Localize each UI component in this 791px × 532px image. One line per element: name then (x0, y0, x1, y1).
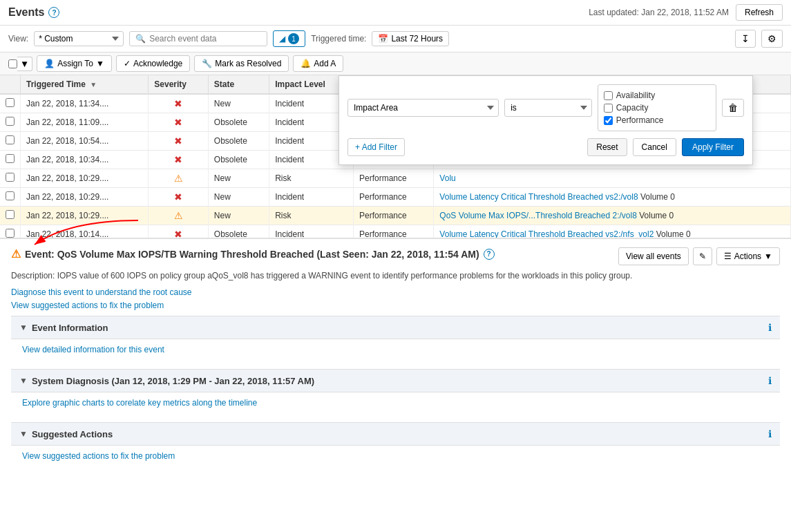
col-triggered-time[interactable]: Triggered Time ▼ (21, 75, 149, 94)
page-header: Events ? Last updated: Jan 22, 2018, 11:… (0, 0, 791, 26)
view-label: View: (8, 34, 28, 44)
row-name: QoS Volume Max IOPS/...Threshold Breache… (434, 207, 791, 225)
critical-icon: ✖ (174, 98, 182, 109)
section-title-text: System Diagnosis (Jan 12, 2018, 1:29 PM … (32, 376, 314, 386)
section-link-suggested-actions[interactable]: View suggested actions to fix the proble… (22, 451, 769, 461)
table-row: Jan 22, 2018, 10:14....✖ObsoleteIncident… (0, 225, 791, 238)
apply-filter-button[interactable]: Apply Filter (682, 138, 744, 156)
capacity-checkbox[interactable] (604, 104, 613, 113)
download-button[interactable]: ↧ (735, 30, 756, 48)
section-info-icon[interactable]: ℹ (768, 375, 772, 386)
filter-field-select[interactable]: Impact Area (347, 99, 499, 117)
row-checkbox[interactable] (6, 229, 15, 238)
row-severity: ✖ (149, 151, 209, 169)
event-vol-link[interactable]: vs2:/vol8 (605, 192, 638, 202)
edit-button[interactable]: ✎ (693, 247, 712, 265)
event-vol-link[interactable]: vs2:/nfs_vol2 (605, 229, 654, 238)
availability-checkbox[interactable] (604, 91, 613, 100)
filter-left-actions: + Add Filter (347, 138, 405, 156)
filter-values-list: Availability Capacity Performance (598, 84, 716, 131)
section-title-event-information: ▼Event Information (19, 323, 108, 333)
event-help-icon[interactable]: ? (484, 249, 495, 260)
col-state[interactable]: State (208, 75, 269, 94)
section-info-icon[interactable]: ℹ (768, 322, 772, 333)
section-body-event-information: View detailed information for this event (11, 339, 780, 363)
help-icon[interactable]: ? (48, 7, 59, 18)
row-checkbox[interactable] (6, 191, 15, 200)
filter-operator-select[interactable]: is (504, 99, 592, 117)
section-header-event-information[interactable]: ▼Event Informationℹ (11, 316, 780, 339)
assign-to-button[interactable]: 👤 Assign To ▼ (37, 55, 112, 72)
filter-right-actions: Reset Cancel Apply Filter (587, 138, 744, 156)
filter-delete-button[interactable]: 🗑 (722, 99, 744, 117)
row-severity: ⚠ (149, 169, 209, 188)
event-title-text: Event: QoS Volume Max IOPS/TB Warning Th… (25, 249, 479, 260)
settings-button[interactable]: ⚙ (761, 30, 783, 48)
row-state: New (208, 169, 269, 188)
table-row: Jan 22, 2018, 10:29....⚠NewRiskPerforman… (0, 207, 791, 225)
mark-resolved-button[interactable]: 🔧 Mark as Resolved (194, 55, 289, 72)
select-all-checkbox[interactable] (8, 59, 17, 68)
row-checkbox[interactable] (6, 135, 15, 144)
actions-dropdown-arrow: ▼ (764, 251, 772, 261)
row-triggered-time: Jan 22, 2018, 10:34.... (21, 151, 149, 169)
section-title-text: Suggested Actions (32, 429, 113, 439)
view-all-events-button[interactable]: View all events (618, 247, 689, 265)
refresh-button[interactable]: Refresh (736, 4, 783, 21)
row-checkbox-cell (0, 207, 21, 225)
acknowledge-button[interactable]: ✓ Acknowledge (116, 55, 190, 72)
search-input[interactable] (149, 34, 261, 44)
filter-overlay: Impact Area is Availability Capacity Per… (339, 75, 753, 165)
row-checkbox-cell (0, 151, 21, 169)
row-checkbox[interactable] (6, 117, 15, 126)
event-vol-link[interactable]: 2:/vol8 (613, 211, 637, 220)
section-link-event-information[interactable]: View detailed information for this event (22, 345, 769, 354)
suggested-actions-link[interactable]: View suggested actions to fix the proble… (11, 301, 780, 310)
row-triggered-time: Jan 22, 2018, 10:29.... (21, 169, 149, 188)
table-wrapper: Triggered Time ▼ Severity State Impact L… (0, 75, 791, 238)
diagnose-link[interactable]: Diagnose this event to understand the ro… (11, 287, 780, 297)
chevron-icon: ▼ (19, 429, 28, 439)
view-select[interactable]: * Custom (34, 31, 124, 46)
filter-button[interactable]: ◢ 1 (273, 30, 305, 47)
row-triggered-time: Jan 22, 2018, 10:29.... (21, 188, 149, 207)
row-checkbox[interactable] (6, 173, 15, 182)
actions-dropdown-button[interactable]: ☰ Actions ▼ (716, 247, 780, 265)
add-alert-button[interactable]: 🔔 Add A (293, 55, 343, 72)
event-name-link[interactable]: Volume Latency Critical Threshold Breach… (439, 229, 603, 238)
title-text: Events (8, 6, 44, 19)
row-checkbox[interactable] (6, 154, 15, 163)
section-header-system-diagnosis[interactable]: ▼System Diagnosis (Jan 12, 2018, 1:29 PM… (11, 369, 780, 392)
bell-icon: 🔔 (301, 59, 311, 68)
section-link-system-diagnosis[interactable]: Explore graphic charts to corelate key m… (22, 398, 769, 408)
section-info-icon[interactable]: ℹ (768, 428, 772, 439)
row-triggered-time: Jan 22, 2018, 11:34.... (21, 94, 149, 113)
sections-container: ▼Event InformationℹView detailed informa… (11, 316, 780, 470)
section-header-suggested-actions[interactable]: ▼Suggested Actionsℹ (11, 422, 780, 446)
event-name-link[interactable]: QoS Volume Max IOPS/...Threshold Breache… (439, 211, 610, 220)
cancel-button[interactable]: Cancel (633, 138, 676, 156)
time-range-button[interactable]: 📅 Last 72 Hours (372, 31, 449, 46)
chevron-icon: ▼ (19, 376, 28, 386)
row-checkbox[interactable] (6, 98, 15, 107)
row-severity: ⚠ (149, 207, 209, 225)
reset-button[interactable]: Reset (587, 138, 627, 156)
row-state: New (208, 188, 269, 207)
search-box: 🔍 (129, 31, 267, 46)
performance-label: Performance (616, 115, 664, 125)
event-name-link[interactable]: Volu (439, 173, 455, 183)
filter-availability: Availability (604, 91, 710, 100)
page-title: Events ? (8, 6, 59, 19)
performance-checkbox[interactable] (604, 116, 613, 125)
checkbox-dropdown-button[interactable]: ▼ (17, 57, 32, 71)
critical-icon: ✖ (174, 154, 182, 165)
row-checkbox[interactable] (6, 210, 15, 219)
col-severity[interactable]: Severity (149, 75, 209, 94)
row-checkbox-cell (0, 225, 21, 238)
critical-icon: ✖ (174, 229, 182, 238)
row-state: Obsolete (208, 132, 269, 151)
row-checkbox-cell (0, 132, 21, 151)
event-name-link[interactable]: Volume Latency Critical Threshold Breach… (439, 192, 603, 202)
resolve-label: Mark as Resolved (215, 59, 281, 68)
add-filter-button[interactable]: + Add Filter (347, 138, 405, 156)
